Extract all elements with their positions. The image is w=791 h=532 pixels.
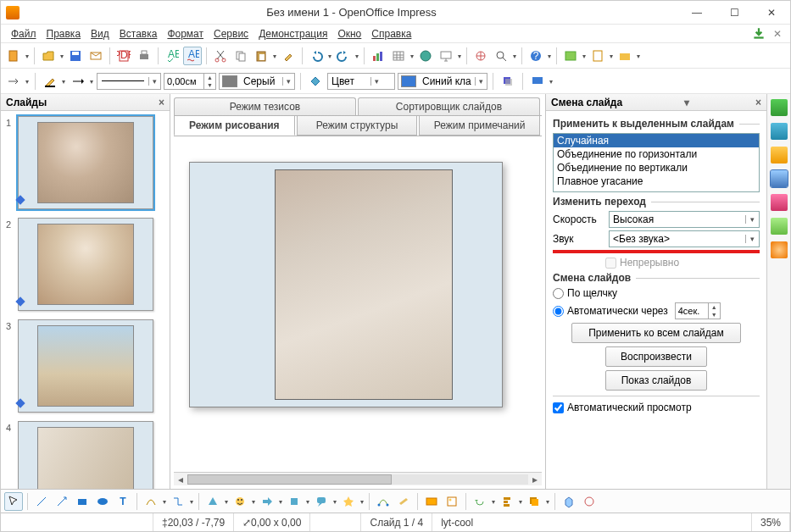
minimize-button[interactable]: — (678, 1, 716, 25)
slide-image[interactable] (275, 169, 453, 400)
slide-thumbnails[interactable]: 1 2 3 4 (1, 111, 170, 489)
fill-type-combo[interactable]: Цвет▾ (327, 73, 395, 90)
task-panel-close-icon[interactable]: × (755, 97, 761, 108)
menu-insert[interactable]: Вставка (114, 26, 163, 42)
arrange-tool[interactable]: ▾ (525, 492, 543, 511)
help-button[interactable]: ?▾ (526, 47, 545, 65)
shadow-button[interactable] (499, 72, 517, 91)
zoom-button[interactable]: ▾ (492, 47, 510, 65)
transition-item[interactable]: Плавное угасание (554, 175, 759, 188)
slide-panel-close-icon[interactable]: × (159, 97, 164, 108)
sidebar-styles-icon[interactable] (771, 194, 788, 211)
text-tool[interactable]: T (114, 492, 132, 511)
new-button[interactable]: ▾ (4, 47, 23, 65)
line-color-button[interactable]: ▾ (41, 72, 59, 91)
menu-help[interactable]: Справка (366, 26, 416, 42)
from-file-tool[interactable] (443, 492, 461, 511)
callout-tool[interactable]: ▾ (312, 492, 331, 511)
sidebar-transition-icon[interactable] (771, 170, 788, 187)
menu-file[interactable]: Файл (6, 26, 42, 42)
paste-button[interactable]: ▾ (252, 47, 270, 65)
sidebar-gallery-icon[interactable] (771, 218, 788, 235)
chart-button[interactable] (369, 47, 387, 65)
menu-window[interactable]: Окно (332, 26, 366, 42)
save-button[interactable] (66, 47, 85, 65)
tab-outline[interactable]: Режим тезисов (174, 97, 356, 115)
basic-shapes-tool[interactable]: ▾ (203, 492, 222, 511)
open-button[interactable]: ▾ (39, 47, 58, 65)
export-pdf-button[interactable]: PDF (114, 47, 133, 65)
sidebar-animation-icon[interactable] (771, 147, 788, 163)
sound-combo[interactable]: <Без звука>▾ (609, 230, 760, 247)
line-color-combo[interactable]: Серый▾ (219, 73, 295, 90)
close-button[interactable]: ✕ (753, 1, 790, 25)
cut-button[interactable] (211, 47, 230, 65)
points-tool[interactable] (374, 492, 393, 511)
auto-after-radio[interactable]: Автоматически через ▲▼ (553, 302, 760, 319)
auto-after-input[interactable] (676, 306, 708, 316)
spellcheck-button[interactable]: ABC (163, 47, 181, 65)
line-width-spin[interactable]: ▲▼ (164, 73, 216, 90)
gluepoints-tool[interactable] (394, 492, 413, 511)
line-style-combo[interactable]: ▾ (97, 73, 161, 90)
rect-tool[interactable] (73, 492, 92, 511)
presentation-button[interactable]: ▾ (528, 72, 547, 91)
fill-button[interactable] (306, 72, 325, 91)
menu-format[interactable]: Формат (162, 26, 209, 42)
tab-sorter[interactable]: Сортировщик слайдов (358, 97, 540, 115)
sidebar-navigator-icon[interactable] (771, 241, 788, 258)
speed-combo[interactable]: Высокая▾ (609, 211, 760, 228)
menu-tools[interactable]: Сервис (209, 26, 253, 42)
download-update-icon[interactable] (751, 26, 766, 42)
table-button[interactable]: ▾ (389, 47, 408, 65)
close-doc-icon[interactable]: ✕ (770, 26, 785, 42)
hyperlink-button[interactable] (416, 47, 435, 65)
slide-thumb-2[interactable]: 2 (6, 218, 164, 311)
fontwork-tool[interactable] (422, 492, 441, 511)
tab-drawing[interactable]: Режим рисования (174, 116, 295, 136)
slide-thumb-4[interactable]: 4 (6, 421, 164, 489)
transition-listbox[interactable]: Случайная Объединение по горизонтали Объ… (553, 133, 760, 192)
tab-notes[interactable]: Режим примечаний (419, 116, 540, 136)
interaction-tool[interactable] (580, 492, 599, 511)
slide-thumb-1[interactable]: 1 (6, 116, 164, 209)
email-button[interactable] (86, 47, 105, 65)
symbol-shapes-tool[interactable]: ▾ (231, 492, 249, 511)
transition-item[interactable]: Случайная (554, 134, 759, 147)
line-tool[interactable] (32, 492, 51, 511)
on-click-radio[interactable]: По щелчку (553, 287, 760, 299)
stars-tool[interactable]: ▾ (339, 492, 358, 511)
sidebar-properties-icon[interactable] (771, 99, 788, 116)
fill-color-combo[interactable]: Синий кла▾ (398, 73, 487, 90)
format-paintbrush-button[interactable] (279, 47, 298, 65)
current-slide[interactable] (189, 162, 503, 407)
block-arrows-tool[interactable]: ▾ (258, 492, 276, 511)
menu-view[interactable]: Вид (86, 26, 114, 42)
line-width-input[interactable] (164, 76, 203, 86)
menu-edit[interactable]: Правка (42, 26, 86, 42)
extrusion-tool[interactable] (560, 492, 578, 511)
maximize-button[interactable]: ☐ (716, 1, 753, 25)
status-zoom[interactable]: 35% (752, 513, 790, 531)
slide-thumb-3[interactable]: 3 (6, 319, 164, 413)
task-panel-menu-icon[interactable]: ▾ (684, 97, 689, 108)
redo-button[interactable]: ▾ (334, 47, 353, 65)
slideshow-button[interactable]: Показ слайдов (605, 370, 707, 391)
undo-button[interactable]: ▾ (307, 47, 326, 65)
select-tool[interactable] (4, 492, 23, 511)
align-tool[interactable]: ▾ (498, 492, 516, 511)
auto-preview-checkbox[interactable]: Автоматический просмотр (553, 402, 760, 413)
navigator-button[interactable] (471, 47, 490, 65)
extras-button[interactable]: ▾ (616, 47, 634, 65)
play-button[interactable]: Воспроизвести (605, 346, 707, 367)
copy-button[interactable] (231, 47, 250, 65)
autospell-button[interactable]: ABC (183, 47, 202, 65)
flowchart-tool[interactable]: ▾ (285, 492, 304, 511)
transition-item[interactable]: Объединение по вертикали (554, 161, 759, 175)
print-button[interactable] (135, 47, 153, 65)
menu-slideshow[interactable]: Демонстрация (253, 26, 332, 42)
auto-after-spin[interactable]: ▲▼ (675, 302, 721, 319)
gallery-button[interactable]: ▾ (561, 47, 580, 65)
slide-canvas[interactable] (174, 140, 542, 468)
styles-button[interactable]: ▾ (588, 47, 607, 65)
